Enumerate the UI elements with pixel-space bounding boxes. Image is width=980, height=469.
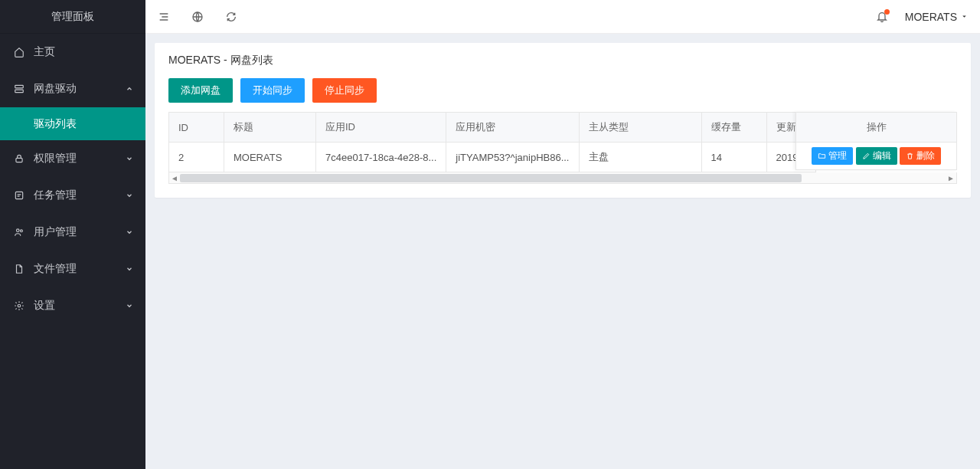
cell-title: MOERATS — [224, 143, 316, 172]
col-masterslave: 主从类型 — [579, 113, 701, 143]
lock-icon — [12, 153, 26, 164]
scroll-right-arrow[interactable]: ► — [946, 172, 956, 183]
sidebar-item-drive-list[interactable]: 驱动列表 — [0, 107, 145, 140]
chevron-down-icon — [126, 192, 133, 199]
caret-down-icon — [961, 13, 968, 20]
sidebar-item-users[interactable]: 用户管理 — [0, 214, 145, 251]
svg-point-5 — [20, 230, 22, 232]
sidebar-submenu-drive: 驱动列表 — [0, 107, 145, 140]
col-appsecret: 应用机密 — [446, 113, 579, 143]
svg-rect-0 — [15, 85, 24, 88]
folder-icon — [818, 152, 826, 160]
menu-collapse-icon[interactable] — [158, 11, 170, 23]
col-id: ID — [169, 113, 224, 143]
notification-bell-icon[interactable] — [876, 11, 888, 23]
cell-masterslave: 主盘 — [579, 143, 701, 172]
chevron-down-icon — [126, 265, 133, 273]
action-button-row: 添加网盘 开始同步 停止同步 — [168, 78, 957, 103]
sidebar: 管理面板 主页 网盘驱动 驱动列表 权限管理 任务管理 用户管理 — [0, 0, 145, 469]
svg-point-6 — [18, 304, 21, 307]
sidebar-item-label: 文件管理 — [34, 262, 77, 276]
scroll-left-arrow[interactable]: ◄ — [169, 172, 180, 183]
svg-rect-1 — [15, 90, 24, 93]
table-container: ID 标题 应用ID 应用机密 主从类型 缓存量 更新时 — [168, 112, 957, 184]
edit-button[interactable]: 编辑 — [856, 147, 897, 165]
content-panel: MOERATS - 网盘列表 添加网盘 开始同步 停止同步 — [155, 43, 971, 198]
chevron-down-icon — [126, 302, 133, 310]
file-icon — [12, 264, 26, 274]
chevron-up-icon — [126, 85, 133, 93]
notification-dot — [884, 9, 890, 15]
pencil-icon — [862, 152, 871, 160]
table-row[interactable]: 2 MOERATS 7c4ee017-18ca-4e28-8... jiTYAM… — [169, 143, 816, 172]
globe-icon[interactable] — [191, 11, 204, 23]
gear-icon — [12, 300, 26, 311]
sidebar-item-label: 用户管理 — [34, 225, 77, 239]
add-drive-button[interactable]: 添加网盘 — [168, 78, 233, 103]
cell-id: 2 — [169, 143, 224, 172]
col-appid: 应用ID — [316, 113, 446, 143]
cell-appid: 7c4ee017-18ca-4e28-8... — [316, 143, 446, 172]
sidebar-item-home[interactable]: 主页 — [0, 34, 145, 71]
ops-fixed-column: 操作 管理 — [795, 112, 957, 170]
sidebar-item-drive[interactable]: 网盘驱动 — [0, 71, 145, 107]
drive-table: ID 标题 应用ID 应用机密 主从类型 缓存量 更新时 — [168, 112, 816, 172]
table-header-row: ID 标题 应用ID 应用机密 主从类型 缓存量 更新时 — [169, 113, 816, 143]
sidebar-item-permissions[interactable]: 权限管理 — [0, 140, 145, 177]
main: MOERATS MOERATS - 网盘列表 添加网盘 开始同步 停止同步 — [145, 0, 980, 469]
svg-point-4 — [17, 229, 20, 232]
sidebar-item-files[interactable]: 文件管理 — [0, 251, 145, 287]
user-name: MOERATS — [905, 11, 957, 23]
stop-sync-button[interactable]: 停止同步 — [312, 78, 377, 103]
cell-appsecret: jiTYAMP53?^janipHB86... — [446, 143, 579, 172]
panel-title: MOERATS - 网盘列表 — [168, 54, 957, 67]
col-title: 标题 — [224, 113, 316, 143]
cell-cache: 14 — [701, 143, 766, 172]
svg-rect-3 — [15, 192, 22, 198]
refresh-icon[interactable] — [225, 11, 237, 23]
sidebar-item-label: 主页 — [34, 45, 55, 59]
home-icon — [12, 47, 26, 57]
sidebar-item-label: 网盘驱动 — [34, 82, 77, 96]
drive-icon — [12, 84, 26, 94]
sidebar-item-settings[interactable]: 设置 — [0, 287, 145, 324]
sidebar-item-tasks[interactable]: 任务管理 — [0, 177, 145, 214]
topbar: MOERATS — [145, 0, 980, 34]
sidebar-item-label: 任务管理 — [34, 189, 77, 202]
sidebar-item-label: 设置 — [34, 299, 55, 313]
chevron-down-icon — [126, 228, 133, 236]
col-ops: 操作 — [796, 113, 957, 143]
col-cache: 缓存量 — [701, 113, 766, 143]
sidebar-item-label: 权限管理 — [34, 152, 77, 166]
sidebar-title: 管理面板 — [0, 0, 145, 34]
users-icon — [12, 227, 26, 238]
manage-button[interactable]: 管理 — [812, 147, 853, 165]
delete-button[interactable]: 删除 — [900, 147, 941, 165]
task-icon — [12, 190, 26, 201]
start-sync-button[interactable]: 开始同步 — [240, 78, 305, 103]
sidebar-item-label: 驱动列表 — [34, 117, 77, 131]
scrollbar-thumb[interactable] — [180, 174, 802, 182]
svg-rect-2 — [16, 158, 22, 162]
chevron-down-icon — [126, 155, 133, 162]
horizontal-scrollbar[interactable]: ◄ ► — [168, 172, 957, 184]
user-menu[interactable]: MOERATS — [905, 11, 968, 23]
trash-icon — [906, 152, 914, 160]
